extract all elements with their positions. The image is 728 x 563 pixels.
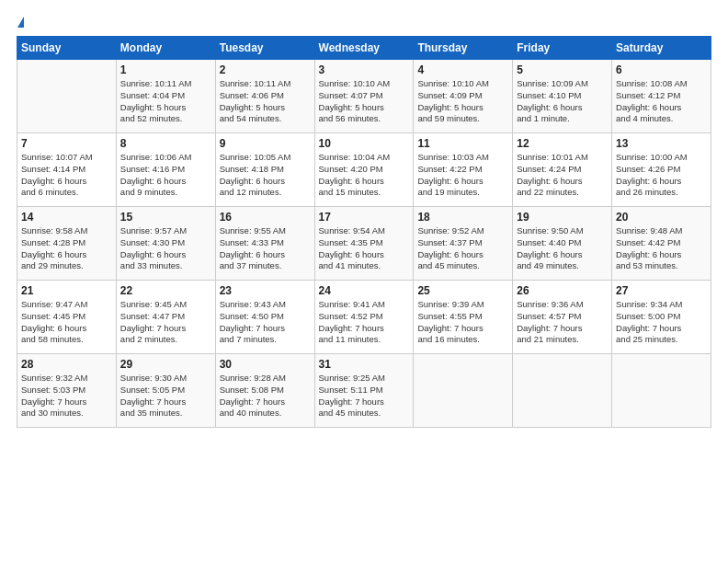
day-info: Sunrise: 10:08 AM Sunset: 4:12 PM Daylig…: [616, 78, 707, 125]
day-number: 3: [319, 63, 410, 76]
col-header-sunday: Sunday: [17, 37, 117, 60]
day-info: Sunrise: 9:25 AM Sunset: 5:11 PM Dayligh…: [319, 373, 410, 419]
day-cell: 5Sunrise: 10:09 AM Sunset: 4:10 PM Dayli…: [513, 60, 612, 133]
day-info: Sunrise: 9:41 AM Sunset: 4:52 PM Dayligh…: [319, 299, 410, 346]
day-cell: 15Sunrise: 9:57 AM Sunset: 4:30 PM Dayli…: [116, 207, 215, 281]
day-info: Sunrise: 9:39 AM Sunset: 4:55 PM Dayligh…: [417, 299, 508, 346]
day-number: 26: [517, 284, 608, 297]
col-header-friday: Friday: [513, 37, 612, 60]
day-number: 31: [319, 358, 410, 371]
day-cell: 26Sunrise: 9:36 AM Sunset: 4:57 PM Dayli…: [513, 281, 612, 354]
day-cell: 13Sunrise: 10:00 AM Sunset: 4:26 PM Dayl…: [612, 133, 711, 207]
day-info: Sunrise: 9:58 AM Sunset: 4:28 PM Dayligh…: [21, 225, 112, 272]
day-cell: 1Sunrise: 10:11 AM Sunset: 4:04 PM Dayli…: [116, 60, 215, 133]
day-cell: 27Sunrise: 9:34 AM Sunset: 5:00 PM Dayli…: [612, 281, 711, 354]
day-number: 20: [616, 211, 707, 224]
day-number: 11: [417, 137, 508, 150]
day-number: 21: [21, 284, 112, 297]
day-cell: 9Sunrise: 10:05 AM Sunset: 4:18 PM Dayli…: [215, 133, 314, 207]
day-number: 22: [120, 284, 211, 297]
day-info: Sunrise: 10:04 AM Sunset: 4:20 PM Daylig…: [319, 152, 410, 199]
day-number: 10: [319, 137, 410, 150]
day-cell: 23Sunrise: 9:43 AM Sunset: 4:50 PM Dayli…: [215, 281, 314, 354]
day-number: 2: [220, 63, 311, 76]
col-header-saturday: Saturday: [612, 37, 711, 60]
day-info: Sunrise: 9:45 AM Sunset: 4:47 PM Dayligh…: [120, 299, 211, 346]
day-info: Sunrise: 9:34 AM Sunset: 5:00 PM Dayligh…: [616, 299, 707, 346]
day-cell: [17, 60, 117, 133]
day-cell: 4Sunrise: 10:10 AM Sunset: 4:09 PM Dayli…: [414, 60, 513, 133]
day-number: 25: [417, 284, 508, 297]
day-number: 19: [517, 211, 608, 224]
week-row-5: 28Sunrise: 9:32 AM Sunset: 5:03 PM Dayli…: [17, 354, 711, 428]
day-number: 23: [220, 284, 311, 297]
day-cell: 7Sunrise: 10:07 AM Sunset: 4:14 PM Dayli…: [17, 133, 117, 207]
day-cell: 14Sunrise: 9:58 AM Sunset: 4:28 PM Dayli…: [17, 207, 117, 281]
day-cell: 10Sunrise: 10:04 AM Sunset: 4:20 PM Dayl…: [314, 133, 414, 207]
week-row-1: 1Sunrise: 10:11 AM Sunset: 4:04 PM Dayli…: [17, 60, 711, 133]
calendar-table: SundayMondayTuesdayWednesdayThursdayFrid…: [17, 36, 711, 428]
day-cell: 17Sunrise: 9:54 AM Sunset: 4:35 PM Dayli…: [314, 207, 414, 281]
day-number: 4: [417, 63, 508, 76]
day-cell: 2Sunrise: 10:11 AM Sunset: 4:06 PM Dayli…: [215, 60, 314, 133]
col-header-tuesday: Tuesday: [215, 37, 314, 60]
day-cell: 22Sunrise: 9:45 AM Sunset: 4:47 PM Dayli…: [116, 281, 215, 354]
day-cell: 31Sunrise: 9:25 AM Sunset: 5:11 PM Dayli…: [314, 354, 414, 428]
week-row-2: 7Sunrise: 10:07 AM Sunset: 4:14 PM Dayli…: [17, 133, 711, 207]
day-info: Sunrise: 9:30 AM Sunset: 5:05 PM Dayligh…: [120, 373, 211, 419]
day-info: Sunrise: 9:48 AM Sunset: 4:42 PM Dayligh…: [616, 225, 707, 272]
day-info: Sunrise: 10:06 AM Sunset: 4:16 PM Daylig…: [120, 152, 211, 199]
day-cell: [414, 354, 513, 428]
day-info: Sunrise: 10:01 AM Sunset: 4:24 PM Daylig…: [517, 152, 608, 199]
day-cell: 18Sunrise: 9:52 AM Sunset: 4:37 PM Dayli…: [414, 207, 513, 281]
day-number: 13: [616, 137, 707, 150]
day-info: Sunrise: 10:05 AM Sunset: 4:18 PM Daylig…: [220, 152, 311, 199]
day-cell: 3Sunrise: 10:10 AM Sunset: 4:07 PM Dayli…: [314, 60, 414, 133]
day-cell: 16Sunrise: 9:55 AM Sunset: 4:33 PM Dayli…: [215, 207, 314, 281]
day-number: 28: [21, 358, 112, 371]
day-info: Sunrise: 10:10 AM Sunset: 4:09 PM Daylig…: [417, 78, 508, 125]
page: SundayMondayTuesdayWednesdayThursdayFrid…: [0, 0, 728, 563]
day-info: Sunrise: 10:07 AM Sunset: 4:14 PM Daylig…: [21, 152, 112, 199]
day-info: Sunrise: 10:09 AM Sunset: 4:10 PM Daylig…: [517, 78, 608, 125]
col-header-thursday: Thursday: [414, 37, 513, 60]
day-number: 16: [220, 211, 311, 224]
day-number: 7: [21, 137, 112, 150]
col-header-wednesday: Wednesday: [314, 37, 414, 60]
day-cell: 24Sunrise: 9:41 AM Sunset: 4:52 PM Dayli…: [314, 281, 414, 354]
day-cell: 12Sunrise: 10:01 AM Sunset: 4:24 PM Dayl…: [513, 133, 612, 207]
day-number: 27: [616, 284, 707, 297]
day-info: Sunrise: 9:28 AM Sunset: 5:08 PM Dayligh…: [220, 373, 311, 419]
day-cell: 28Sunrise: 9:32 AM Sunset: 5:03 PM Dayli…: [17, 354, 117, 428]
day-cell: 25Sunrise: 9:39 AM Sunset: 4:55 PM Dayli…: [414, 281, 513, 354]
day-info: Sunrise: 9:54 AM Sunset: 4:35 PM Dayligh…: [319, 225, 410, 272]
day-cell: 8Sunrise: 10:06 AM Sunset: 4:16 PM Dayli…: [116, 133, 215, 207]
day-number: 29: [120, 358, 211, 371]
day-info: Sunrise: 9:43 AM Sunset: 4:50 PM Dayligh…: [220, 299, 311, 346]
week-row-3: 14Sunrise: 9:58 AM Sunset: 4:28 PM Dayli…: [17, 207, 711, 281]
day-info: Sunrise: 9:32 AM Sunset: 5:03 PM Dayligh…: [21, 373, 112, 419]
day-number: 8: [120, 137, 211, 150]
day-info: Sunrise: 10:11 AM Sunset: 4:06 PM Daylig…: [220, 78, 311, 125]
day-cell: [612, 354, 711, 428]
day-number: 5: [517, 63, 608, 76]
day-number: 24: [319, 284, 410, 297]
day-number: 14: [21, 211, 112, 224]
col-header-monday: Monday: [116, 37, 215, 60]
day-cell: [513, 354, 612, 428]
header: [17, 17, 711, 27]
day-info: Sunrise: 9:36 AM Sunset: 4:57 PM Dayligh…: [517, 299, 608, 346]
day-cell: 20Sunrise: 9:48 AM Sunset: 4:42 PM Dayli…: [612, 207, 711, 281]
week-row-4: 21Sunrise: 9:47 AM Sunset: 4:45 PM Dayli…: [17, 281, 711, 354]
day-info: Sunrise: 9:55 AM Sunset: 4:33 PM Dayligh…: [220, 225, 311, 272]
header-row: SundayMondayTuesdayWednesdayThursdayFrid…: [17, 37, 711, 60]
day-cell: 30Sunrise: 9:28 AM Sunset: 5:08 PM Dayli…: [215, 354, 314, 428]
day-cell: 21Sunrise: 9:47 AM Sunset: 4:45 PM Dayli…: [17, 281, 117, 354]
day-info: Sunrise: 10:11 AM Sunset: 4:04 PM Daylig…: [120, 78, 211, 125]
day-number: 18: [417, 211, 508, 224]
day-info: Sunrise: 9:47 AM Sunset: 4:45 PM Dayligh…: [21, 299, 112, 346]
day-info: Sunrise: 10:10 AM Sunset: 4:07 PM Daylig…: [319, 78, 410, 125]
day-number: 15: [120, 211, 211, 224]
day-cell: 29Sunrise: 9:30 AM Sunset: 5:05 PM Dayli…: [116, 354, 215, 428]
day-cell: 6Sunrise: 10:08 AM Sunset: 4:12 PM Dayli…: [612, 60, 711, 133]
